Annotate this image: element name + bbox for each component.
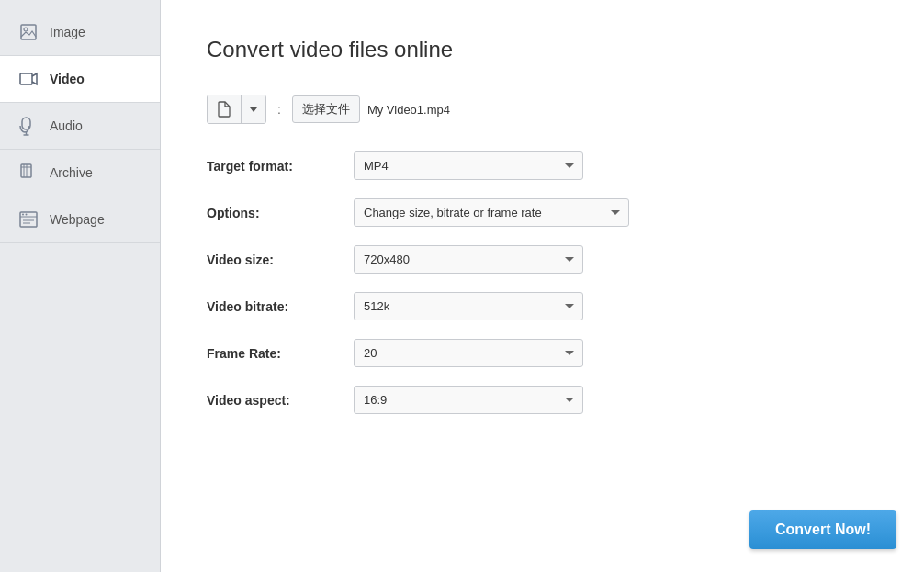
chevron-down-icon bbox=[249, 105, 258, 114]
video-aspect-select[interactable]: 16:9 bbox=[354, 386, 583, 414]
upload-dropdown-button[interactable] bbox=[242, 95, 265, 123]
video-size-select[interactable]: 720x480 bbox=[354, 245, 583, 274]
sidebar-item-webpage-label: Webpage bbox=[50, 212, 105, 227]
sidebar-item-audio[interactable]: Audio bbox=[0, 103, 160, 150]
options-select[interactable]: Change size, bitrate or frame rate bbox=[354, 198, 629, 227]
target-format-row: Target format: MP4 bbox=[207, 151, 878, 180]
sidebar-item-video-label: Video bbox=[50, 72, 85, 86]
svg-point-1 bbox=[24, 28, 28, 31]
choose-file-button[interactable]: 选择文件 bbox=[292, 95, 360, 123]
sidebar-item-video[interactable]: Video bbox=[0, 56, 160, 103]
options-row: Options: Change size, bitrate or frame r… bbox=[207, 198, 878, 227]
video-bitrate-select[interactable]: 512k bbox=[354, 292, 583, 320]
upload-button-group bbox=[207, 95, 266, 124]
video-aspect-label: Video aspect: bbox=[207, 393, 354, 408]
video-icon bbox=[18, 69, 39, 89]
upload-file-button[interactable] bbox=[208, 95, 242, 123]
webpage-icon bbox=[18, 209, 39, 230]
sidebar-item-archive-label: Archive bbox=[50, 165, 93, 180]
sidebar-item-archive[interactable]: Archive bbox=[0, 150, 160, 196]
sidebar-item-image[interactable]: Image bbox=[0, 9, 160, 56]
frame-rate-label: Frame Rate: bbox=[207, 346, 354, 361]
options-label: Options: bbox=[207, 206, 354, 220]
svg-rect-2 bbox=[20, 73, 32, 84]
video-aspect-row: Video aspect: 16:9 bbox=[207, 386, 878, 414]
svg-rect-0 bbox=[21, 25, 36, 39]
sidebar-item-audio-label: Audio bbox=[50, 118, 83, 133]
video-bitrate-row: Video bitrate: 512k bbox=[207, 292, 878, 320]
main-content: Convert video files online : 选择文件 My Vid… bbox=[161, 0, 924, 572]
svg-point-13 bbox=[26, 214, 28, 216]
sidebar: Image Video Audio bbox=[0, 0, 161, 572]
svg-marker-16 bbox=[250, 107, 257, 112]
svg-point-12 bbox=[22, 214, 24, 216]
video-bitrate-label: Video bitrate: bbox=[207, 299, 354, 314]
frame-rate-row: Frame Rate: 20 bbox=[207, 339, 878, 367]
video-size-label: Video size: bbox=[207, 252, 354, 267]
archive-icon bbox=[18, 163, 39, 183]
file-upload-row: : 选择文件 My Video1.mp4 bbox=[207, 95, 878, 124]
target-format-select[interactable]: MP4 bbox=[354, 151, 583, 180]
frame-rate-select[interactable]: 20 bbox=[354, 339, 583, 367]
audio-icon bbox=[18, 116, 39, 136]
selected-file-name: My Video1.mp4 bbox=[367, 103, 450, 117]
sidebar-item-webpage[interactable]: Webpage bbox=[0, 196, 160, 243]
image-icon bbox=[18, 22, 39, 42]
file-upload-icon bbox=[217, 101, 231, 118]
convert-now-button[interactable]: Convert Now! bbox=[749, 510, 896, 549]
sidebar-item-image-label: Image bbox=[50, 25, 85, 39]
video-size-row: Video size: 720x480 bbox=[207, 245, 878, 274]
target-format-label: Target format: bbox=[207, 159, 354, 174]
separator: : bbox=[277, 102, 281, 117]
page-title: Convert video files online bbox=[207, 37, 878, 62]
